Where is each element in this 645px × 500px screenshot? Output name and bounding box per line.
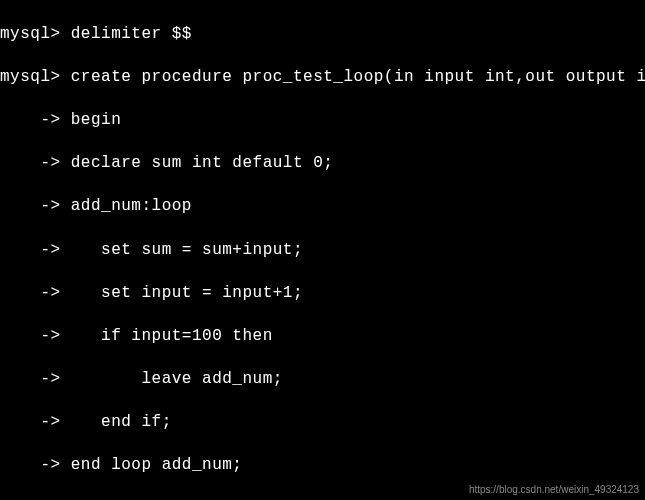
cmd-text: add_num:loop <box>71 197 192 215</box>
cmd-line: -> leave add_num; <box>0 369 645 391</box>
cmd-text: end if; <box>71 413 172 431</box>
cmd-text: create procedure proc_test_loop(in input… <box>71 68 645 86</box>
cmd-line: -> if input=100 then <box>0 326 645 348</box>
cmd-text: if input=100 then <box>71 327 273 345</box>
prompt: mysql> <box>0 25 71 43</box>
cmd-line: mysql> delimiter $$ <box>0 24 645 46</box>
watermark-text: https://blog.csdn.net/weixin_49324123 <box>469 483 639 497</box>
prompt-cont: -> <box>0 284 71 302</box>
cmd-text: delimiter $$ <box>71 25 192 43</box>
terminal-output[interactable]: mysql> delimiter $$ mysql> create proced… <box>0 2 645 500</box>
prompt-cont: -> <box>0 456 71 474</box>
cmd-text: declare sum int default 0; <box>71 154 334 172</box>
prompt-cont: -> <box>0 327 71 345</box>
cmd-line: -> end loop add_num; <box>0 455 645 477</box>
cmd-line: mysql> create procedure proc_test_loop(i… <box>0 67 645 89</box>
prompt-cont: -> <box>0 154 71 172</box>
cmd-line: -> set sum = sum+input; <box>0 240 645 262</box>
prompt-cont: -> <box>0 241 71 259</box>
cmd-text: set input = input+1; <box>71 284 303 302</box>
cmd-line: -> declare sum int default 0; <box>0 153 645 175</box>
cmd-line: -> begin <box>0 110 645 132</box>
cmd-line: -> add_num:loop <box>0 196 645 218</box>
prompt-cont: -> <box>0 370 71 388</box>
cmd-text: set sum = sum+input; <box>71 241 303 259</box>
prompt-cont: -> <box>0 111 71 129</box>
cmd-line: -> set input = input+1; <box>0 283 645 305</box>
cmd-text: begin <box>71 111 122 129</box>
cmd-text: leave add_num; <box>71 370 283 388</box>
prompt-cont: -> <box>0 413 71 431</box>
prompt-cont: -> <box>0 197 71 215</box>
cmd-text: end loop add_num; <box>71 456 243 474</box>
prompt: mysql> <box>0 68 71 86</box>
cmd-line: -> end if; <box>0 412 645 434</box>
